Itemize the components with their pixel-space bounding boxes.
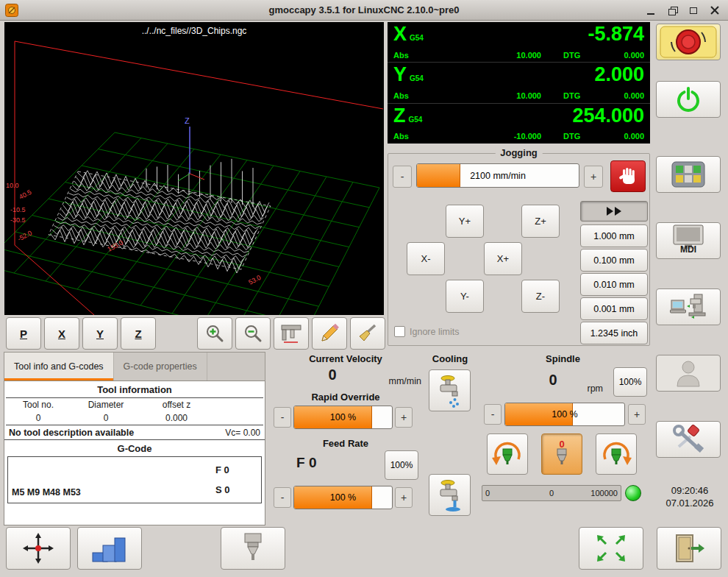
axis-tick: -10.5	[10, 206, 26, 213]
jog-increment-inch-button[interactable]: 1.2345 inch	[580, 322, 648, 344]
feed-minus-button[interactable]: -	[274, 487, 291, 508]
jog-y-minus-button[interactable]: Y-	[446, 280, 484, 313]
axis-cross-icon	[20, 531, 57, 565]
tab-gcode-properties[interactable]: G-code properties	[114, 353, 207, 380]
machine-tooledit-button[interactable]	[656, 288, 721, 325]
jog-z-minus-button[interactable]: Z-	[521, 280, 560, 313]
pencil-icon	[319, 323, 340, 344]
view-x-button[interactable]: X	[44, 317, 79, 350]
estop-button[interactable]	[656, 24, 721, 60]
tool-change-button[interactable]	[221, 527, 285, 570]
ignore-limits-checkbox[interactable]: Ignore limits	[394, 326, 459, 337]
jog-x-plus-button[interactable]: X+	[484, 242, 522, 275]
abs-label: Abs	[393, 132, 438, 141]
bar-max: 100000	[590, 486, 618, 500]
dro-axis-x[interactable]: X G54 -5.874 Abs 10.000 DTG 0.000	[388, 22, 650, 62]
close-button[interactable]	[707, 3, 722, 18]
jogging-title: Jogging	[495, 147, 543, 158]
feed-override-slider[interactable]: 100 %	[293, 486, 393, 509]
checkbox-icon	[394, 326, 405, 337]
dro-panel[interactable]: X G54 -5.874 Abs 10.000 DTG 0.000 Y G54 …	[388, 22, 650, 144]
spindle-panel: Spindle 0 rpm 100% - 100 % + 0	[476, 352, 650, 525]
jog-y-plus-button[interactable]: Y+	[446, 205, 484, 238]
tool-table: Tool no. Diameter offset z 0 0 0.000	[6, 397, 263, 425]
dro-axis-y[interactable]: Y G54 2.000 Abs 10.000 DTG 0.000	[388, 62, 650, 102]
jog-increment-1mm-button[interactable]: 1.000 mm	[580, 224, 648, 247]
jog-speed-plus-button[interactable]: +	[584, 166, 603, 188]
feed-reset-100-button[interactable]: 100%	[385, 450, 418, 480]
view-z-label: Z	[135, 328, 141, 340]
jog-x-minus-button[interactable]: X-	[407, 242, 445, 275]
spindle-at-speed-led	[625, 485, 641, 501]
jog-speed-slider[interactable]: 2100 mm/min	[416, 163, 579, 188]
jog-increment-0001mm-button[interactable]: 0.001 mm	[580, 297, 648, 320]
feed-rate-title: Feed Rate	[268, 438, 423, 449]
vc-value: Vc= 0.00	[225, 428, 260, 438]
axis-letter: Y	[393, 63, 407, 85]
keyboard-jog-button[interactable]	[656, 156, 721, 193]
dro-axis-z[interactable]: Z G54 254.000 Abs -10.000 DTG 0.000	[388, 103, 650, 144]
zoom-out-button[interactable]	[235, 317, 271, 350]
z-axis-label: Z	[185, 116, 190, 125]
mdi-label: MDI	[657, 244, 720, 255]
feed-rate-value: F 0	[296, 455, 316, 471]
abs-label: Abs	[393, 51, 438, 60]
coord-system: G54	[409, 116, 423, 124]
jog-increment-01mm-button[interactable]: 0.100 mm	[580, 249, 648, 272]
settings-button[interactable]	[656, 421, 721, 458]
spindle-minus-button[interactable]: -	[484, 404, 502, 425]
feed-plus-button[interactable]: +	[395, 487, 413, 508]
view-x-label: X	[58, 328, 65, 340]
rapid-minus-button[interactable]: -	[274, 407, 291, 428]
exit-button[interactable]	[657, 527, 721, 570]
view-y-button[interactable]: Y	[82, 317, 118, 350]
view-z-button[interactable]: Z	[121, 317, 156, 350]
rapid-plus-button[interactable]: +	[395, 407, 413, 428]
zoom-in-button[interactable]	[197, 317, 232, 350]
tab-tool-info-gcodes[interactable]: Tool info and G-codes	[4, 353, 114, 380]
jog-speed-minus-button[interactable]: -	[393, 166, 412, 188]
restore-button[interactable]	[665, 3, 679, 18]
caliper-icon	[280, 323, 302, 344]
axis-tick: 10.0	[6, 182, 19, 189]
spindle-reset-100-button[interactable]: 100%	[613, 367, 647, 397]
f-word: F 0	[215, 464, 261, 475]
flood-button[interactable]	[429, 474, 471, 516]
block-height-button[interactable]	[77, 527, 142, 570]
power-button[interactable]	[656, 81, 721, 118]
spindle-right-button[interactable]	[596, 433, 637, 475]
mist-button[interactable]	[429, 369, 471, 411]
jog-continuous-button[interactable]	[580, 201, 648, 222]
touch-off-button[interactable]	[6, 527, 71, 570]
spindle-stop-button[interactable]: 0	[541, 433, 582, 475]
fs-words: F 0 S 0	[215, 457, 261, 503]
spindle-plus-button[interactable]: +	[628, 404, 646, 425]
close-icon	[710, 6, 719, 15]
gremlin-3d-preview[interactable]: Z 10.0 40.5 -10.5 -30.5 -52.0 153.0 53.0…	[4, 22, 384, 315]
spindle-tool-icon	[235, 532, 271, 564]
fullscreen-button[interactable]	[579, 527, 643, 570]
spindle-override-slider[interactable]: 100 %	[504, 403, 625, 426]
user-button[interactable]	[656, 355, 721, 392]
maximize-button[interactable]	[686, 3, 701, 18]
zoom-out-icon	[243, 324, 263, 343]
jog-turbo-toggle-button[interactable]	[610, 160, 646, 192]
dtg-label: DTG	[563, 51, 594, 60]
rapid-override-slider[interactable]: 100 %	[293, 406, 393, 429]
tool-dimensions-button[interactable]	[274, 317, 309, 350]
jog-increment-001mm-button[interactable]: 0.010 mm	[580, 273, 648, 296]
spindle-left-button[interactable]	[487, 433, 528, 475]
minimize-button[interactable]	[643, 3, 658, 18]
mdi-button[interactable]: MDI	[656, 222, 721, 259]
spindle-title: Spindle	[476, 353, 650, 364]
time-display: 09:20:46	[654, 484, 725, 497]
dtg-value: 0.000	[594, 51, 644, 60]
offset-z-value: 0.000	[141, 413, 212, 423]
spindle-rpm-unit: rpm	[587, 383, 603, 394]
jog-z-plus-button[interactable]: Z+	[521, 205, 560, 238]
edit-offsets-button[interactable]	[312, 317, 347, 350]
view-perspective-button[interactable]: P	[6, 317, 41, 350]
titlebar[interactable]: gmoccapy 3.5.1 for LinuxCNC 2.10.0~pre0	[0, 0, 728, 21]
clear-plot-button[interactable]	[350, 317, 385, 350]
view-p-label: P	[20, 328, 27, 340]
